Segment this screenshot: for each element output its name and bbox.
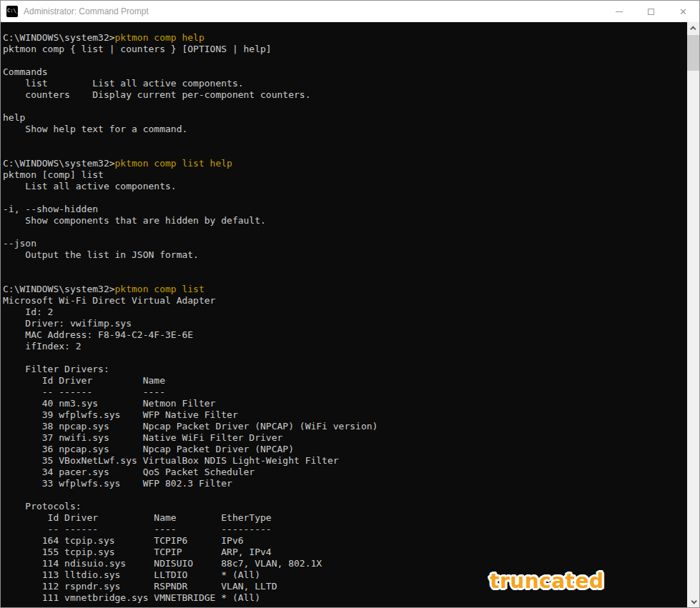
terminal-line: MAC Address: F8-94-C2-4F-3E-6E xyxy=(3,329,687,341)
console-text: Id: 2 xyxy=(3,307,53,317)
console-text: Id Driver Name EtherType xyxy=(3,512,272,523)
scrollbar-up-button[interactable] xyxy=(687,22,699,34)
console-area: C:\WINDOWS\system32>pktmon comp helppktm… xyxy=(1,22,699,607)
terminal-line: -- ------ ---- xyxy=(3,387,687,398)
console-text: Protocols: xyxy=(3,501,82,512)
console-text: pktmon comp { list | counters } [OPTIONS… xyxy=(3,44,272,54)
terminal-line: help xyxy=(3,112,687,124)
console-text: 37 nwifi.sys Native WiFi Filter Driver xyxy=(3,432,282,443)
console-text: List all active components. xyxy=(3,181,177,191)
terminal-line xyxy=(3,135,687,146)
terminal-line: Driver: vwifimp.sys xyxy=(3,318,687,329)
command-text: pktmon comp list help xyxy=(115,158,232,169)
terminal-line: pktmon [comp] list xyxy=(3,169,687,181)
terminal-line: 33 wfplwfs.sys WFP 802.3 Filter xyxy=(3,478,687,489)
terminal-line: 34 pacer.sys QoS Packet Scheduler xyxy=(3,467,687,478)
terminal-line: Id Driver Name xyxy=(3,375,687,387)
console-text: Microsoft Wi-Fi Direct Virtual Adapter xyxy=(3,295,215,306)
terminal-line: Show components that are hidden by defau… xyxy=(3,215,687,226)
console-text: list List all active components. xyxy=(3,78,244,89)
console-text: Commands xyxy=(3,66,48,77)
console-text: 113 lltdio.sys LLTDIO * (All) xyxy=(3,569,260,580)
terminal-line: Id: 2 xyxy=(3,307,687,318)
console-text: 35 VBoxNetLwf.sys VirtualBox NDIS Light-… xyxy=(3,455,339,466)
scrollbar[interactable] xyxy=(687,22,699,607)
terminal-line: Microsoft Wi-Fi Direct Virtual Adapter xyxy=(3,295,687,307)
terminal-line: Protocols: xyxy=(3,501,687,512)
command-text: pktmon comp list xyxy=(115,284,204,294)
terminal-line xyxy=(3,352,687,364)
console-text: C:\WINDOWS\system32> xyxy=(3,32,115,43)
window-controls: ✕ xyxy=(603,1,699,22)
console-text: C:\WINDOWS\system32> xyxy=(3,284,115,294)
terminal-line xyxy=(3,192,687,204)
terminal-line: --json xyxy=(3,238,687,249)
console-output: C:\WINDOWS\system32>pktmon comp helppktm… xyxy=(1,22,687,607)
terminal-line: 114 ndisuio.sys NDISUIO 88c7, VLAN, 802.… xyxy=(3,558,687,569)
terminal-line: 39 wfplwfs.sys WFP Native Filter xyxy=(3,409,687,421)
terminal-line: Filter Drivers: xyxy=(3,364,687,375)
terminal-line: ifIndex: 2 xyxy=(3,341,687,352)
terminal-line: List all active components. xyxy=(3,181,687,192)
console-text: --json xyxy=(3,238,36,249)
terminal-line: C:\WINDOWS\system32>pktmon comp help xyxy=(3,32,687,44)
close-icon: ✕ xyxy=(679,7,687,16)
terminal-line xyxy=(3,261,687,272)
terminal-line: C:\WINDOWS\system32>pktmon comp list xyxy=(3,284,687,295)
window-title: Administrator: Command Prompt xyxy=(24,6,149,16)
terminal-line: 40 nm3.sys Netmon Filter xyxy=(3,398,687,409)
console-text: 39 wfplwfs.sys WFP Native Filter xyxy=(3,409,238,420)
terminal-line: pktmon comp { list | counters } [OPTIONS… xyxy=(3,44,687,55)
console-text: 164 tcpip.sys TCPIP6 IPv6 xyxy=(3,535,244,546)
console-text: 33 wfplwfs.sys WFP 802.3 Filter xyxy=(3,478,232,489)
scrollbar-thumb[interactable] xyxy=(687,35,699,71)
terminal-line: Show help text for a command. xyxy=(3,124,687,135)
maximize-icon xyxy=(648,9,654,15)
console-text: Output the list in JSON format. xyxy=(3,249,199,260)
terminal-line: counters Display current per-component c… xyxy=(3,89,687,101)
console-text: 155 tcpip.sys TCPIP ARP, IPv4 xyxy=(3,547,272,557)
cmd-icon: C:\_ xyxy=(6,6,18,17)
terminal-line: C:\WINDOWS\system32>pktmon comp list hel… xyxy=(3,158,687,169)
console-text: 40 nm3.sys Netmon Filter xyxy=(3,398,215,409)
terminal-line: 35 VBoxNetLwf.sys VirtualBox NDIS Light-… xyxy=(3,455,687,467)
console-text: Driver: vwifimp.sys xyxy=(3,318,132,329)
console-text: Show help text for a command. xyxy=(3,124,187,134)
console-text: 34 pacer.sys QoS Packet Scheduler xyxy=(3,467,255,477)
titlebar: C:\_ Administrator: Command Prompt ✕ xyxy=(1,1,699,22)
terminal-line: 155 tcpip.sys TCPIP ARP, IPv4 xyxy=(3,547,687,558)
console-text: Show components that are hidden by defau… xyxy=(3,215,266,226)
terminal-line: list List all active components. xyxy=(3,78,687,89)
scrollbar-down-button[interactable] xyxy=(687,595,699,607)
terminal-line xyxy=(3,489,687,501)
console-text: Id Driver Name xyxy=(3,375,165,386)
close-button[interactable]: ✕ xyxy=(667,1,699,22)
console-text: Filter Drivers: xyxy=(3,364,109,374)
console-text: 38 npcap.sys Npcap Packet Driver (NPCAP)… xyxy=(3,421,378,432)
terminal-line: 37 nwifi.sys Native WiFi Filter Driver xyxy=(3,432,687,444)
console-text: counters Display current per-component c… xyxy=(3,89,310,100)
console-text: 114 ndisuio.sys NDISUIO 88c7, VLAN, 802.… xyxy=(3,558,322,569)
console-text: -i, --show-hidden xyxy=(3,204,98,214)
terminal-line xyxy=(3,101,687,112)
chevron-up-icon xyxy=(690,26,696,31)
minimize-button[interactable] xyxy=(603,1,635,22)
terminal-line: 111 vmnetbridge.sys VMNETBRIDGE * (All) xyxy=(3,592,687,604)
console-text: 36 npcap.sys Npcap Packet Driver (NPCAP) xyxy=(3,444,294,454)
terminal-line xyxy=(3,146,687,158)
terminal-line xyxy=(3,272,687,284)
console-text: C:\WINDOWS\system32> xyxy=(3,158,115,169)
truncated-watermark: truncated xyxy=(490,569,603,593)
terminal-line xyxy=(3,226,687,238)
console-text: 111 vmnetbridge.sys VMNETBRIDGE * (All) xyxy=(3,592,260,603)
terminal-line xyxy=(3,55,687,66)
terminal-line: 36 npcap.sys Npcap Packet Driver (NPCAP) xyxy=(3,444,687,455)
maximize-button[interactable] xyxy=(635,1,667,22)
terminal-line: -i, --show-hidden xyxy=(3,204,687,215)
console-text: pktmon [comp] list xyxy=(3,169,104,180)
terminal-line: Output the list in JSON format. xyxy=(3,249,687,261)
minimize-icon xyxy=(616,11,623,12)
command-prompt-window: C:\_ Administrator: Command Prompt ✕ C:\… xyxy=(0,0,700,608)
chevron-down-icon xyxy=(691,598,696,604)
terminal-line: Id Driver Name EtherType xyxy=(3,512,687,524)
